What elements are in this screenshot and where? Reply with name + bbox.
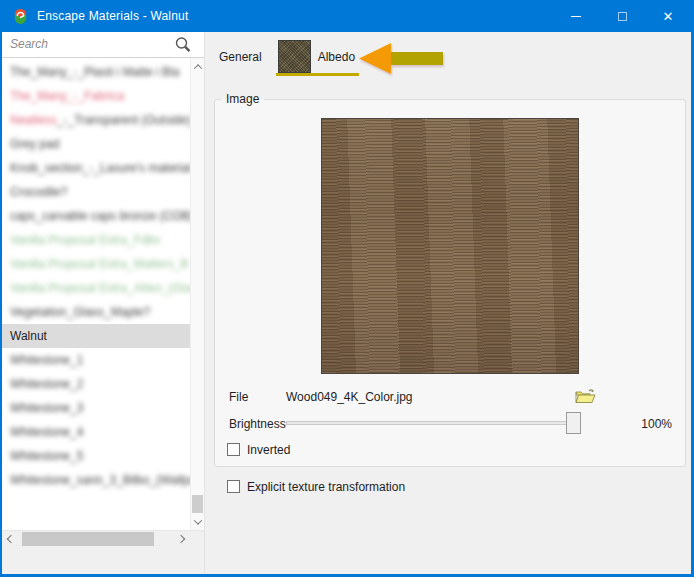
list-item[interactable]: Vanilla Proposal Extra_Atten_(Glas bbox=[2, 276, 190, 300]
scroll-down-icon[interactable] bbox=[191, 514, 204, 529]
list-item-label: Walnut bbox=[10, 329, 47, 343]
list-item-label: Whitestone_3 bbox=[10, 401, 83, 415]
image-group-label: Image bbox=[221, 92, 264, 106]
list-item[interactable]: Whitestone_1 bbox=[2, 348, 190, 372]
inverted-label: Inverted bbox=[247, 443, 290, 457]
titlebar: Enscape Materials - Walnut ✕ bbox=[2, 0, 691, 32]
enscape-materials-window: Enscape Materials - Walnut ✕ The_Many_-_… bbox=[0, 0, 694, 577]
list-item[interactable]: The_Many_-_Plasti i Matte i Bla bbox=[2, 60, 190, 84]
folder-open-icon bbox=[575, 387, 596, 404]
tab-bar: General Albedo bbox=[215, 40, 359, 76]
enscape-logo-icon bbox=[12, 8, 29, 25]
list-item[interactable]: caps_carvable caps bronze (COB) bbox=[2, 204, 190, 228]
list-item[interactable]: Whitestone_sann_3_Bilbo_(Wallpap bbox=[2, 468, 190, 492]
brightness-label: Brightness bbox=[229, 417, 286, 431]
list-item-label: Vanilla Proposal Extra_Matters_B bbox=[10, 257, 189, 271]
brightness-value: 100% bbox=[641, 417, 672, 431]
list-item-label: The_Many_-_Plasti i Matte i Bla bbox=[10, 65, 179, 79]
explicit-transform-label: Explicit texture transformation bbox=[247, 480, 405, 494]
list-item[interactable]: Whitestone_5 bbox=[2, 444, 190, 468]
explicit-transform-row: Explicit texture transformation bbox=[227, 480, 405, 494]
list-item-label: Neatless bbox=[10, 113, 57, 127]
list-item-label: The_Many_-_Fabrica bbox=[10, 89, 124, 103]
tab-albedo[interactable]: Albedo bbox=[276, 40, 359, 76]
list-item-label: _-_Transparent (Outside) bbox=[57, 113, 190, 127]
list-item-label: Knob_section_-_Lasure's material (L bbox=[10, 161, 190, 175]
list-item-label: Grey pad bbox=[10, 137, 59, 151]
brightness-slider-track[interactable] bbox=[286, 421, 581, 425]
list-item[interactable]: Whitestone_4 bbox=[2, 420, 190, 444]
list-item-label: Whitestone_2 bbox=[10, 377, 83, 391]
vertical-scrollbar[interactable] bbox=[190, 58, 204, 530]
materials-list: The_Many_-_Plasti i Matte i BlaThe_Many_… bbox=[2, 58, 204, 530]
maximize-button[interactable] bbox=[599, 0, 645, 32]
list-item[interactable]: Vanilla Proposal Extra_Fdbv bbox=[2, 228, 190, 252]
scroll-right-icon[interactable] bbox=[174, 531, 188, 547]
list-item[interactable]: Whitestone_3 bbox=[2, 396, 190, 420]
list-item[interactable]: Vanilla Proposal Extra_Matters_B bbox=[2, 252, 190, 276]
list-item-selected[interactable]: Walnut bbox=[2, 324, 190, 348]
list-item-label: caps_carvable caps bronze (COB) bbox=[10, 209, 190, 223]
materials-sidebar: The_Many_-_Plasti i Matte i BlaThe_Many_… bbox=[2, 32, 205, 577]
tab-general[interactable]: General bbox=[215, 40, 276, 76]
list-item-label: Whitestone_1 bbox=[10, 353, 83, 367]
search-box bbox=[2, 32, 204, 58]
list-item-label: Vegetation_Glass_Maple? bbox=[10, 305, 150, 319]
minimize-button[interactable] bbox=[553, 0, 599, 32]
search-icon bbox=[174, 36, 192, 58]
list-item-label: Vanilla Proposal Extra_Fdbv bbox=[10, 233, 161, 247]
scroll-up-icon[interactable] bbox=[191, 59, 204, 74]
list-item-label: Whitestone_5 bbox=[10, 449, 83, 463]
list-item[interactable]: Neatless_-_Transparent (Outside) bbox=[2, 108, 190, 132]
list-item-label: Vanilla Proposal Extra_Atten_(Glas bbox=[10, 281, 190, 295]
albedo-thumbnail bbox=[278, 40, 311, 73]
inverted-row: Inverted bbox=[227, 443, 290, 457]
window-title: Enscape Materials - Walnut bbox=[37, 9, 553, 23]
list-item-label: Whitestone_sann_3_Bilbo_(Wallpap bbox=[10, 473, 190, 487]
close-button[interactable]: ✕ bbox=[645, 0, 691, 32]
list-item[interactable]: The_Many_-_Fabrica bbox=[2, 84, 190, 108]
list-item[interactable]: Grey pad bbox=[2, 132, 190, 156]
explicit-transform-checkbox[interactable] bbox=[227, 480, 240, 493]
list-item[interactable]: Knob_section_-_Lasure's material (L bbox=[2, 156, 190, 180]
list-item[interactable]: Crocodile? bbox=[2, 180, 190, 204]
open-folder-button[interactable] bbox=[574, 386, 596, 404]
brightness-slider-thumb[interactable] bbox=[566, 412, 581, 434]
list-item[interactable]: Whitestone_2 bbox=[2, 372, 190, 396]
inverted-checkbox[interactable] bbox=[227, 443, 240, 456]
list-item-label: Crocodile? bbox=[10, 185, 67, 199]
horizontal-scrollbar-thumb[interactable] bbox=[22, 532, 154, 546]
search-input[interactable] bbox=[2, 32, 172, 56]
file-value: Wood049_4K_Color.jpg bbox=[286, 390, 413, 404]
tab-albedo-label: Albedo bbox=[318, 50, 355, 64]
texture-preview bbox=[321, 118, 579, 374]
scroll-left-icon[interactable] bbox=[4, 531, 18, 547]
list-item[interactable]: Vegetation_Glass_Maple? bbox=[2, 300, 190, 324]
sidebar-footer bbox=[2, 547, 204, 577]
vertical-scrollbar-thumb[interactable] bbox=[192, 495, 203, 513]
annotation-arrow-icon bbox=[357, 41, 445, 77]
material-editor-panel: General Albedo Image File Wood049_4K_Col… bbox=[205, 32, 691, 577]
horizontal-scrollbar[interactable] bbox=[2, 530, 204, 547]
file-label: File bbox=[229, 390, 248, 404]
list-item-label: Whitestone_4 bbox=[10, 425, 83, 439]
